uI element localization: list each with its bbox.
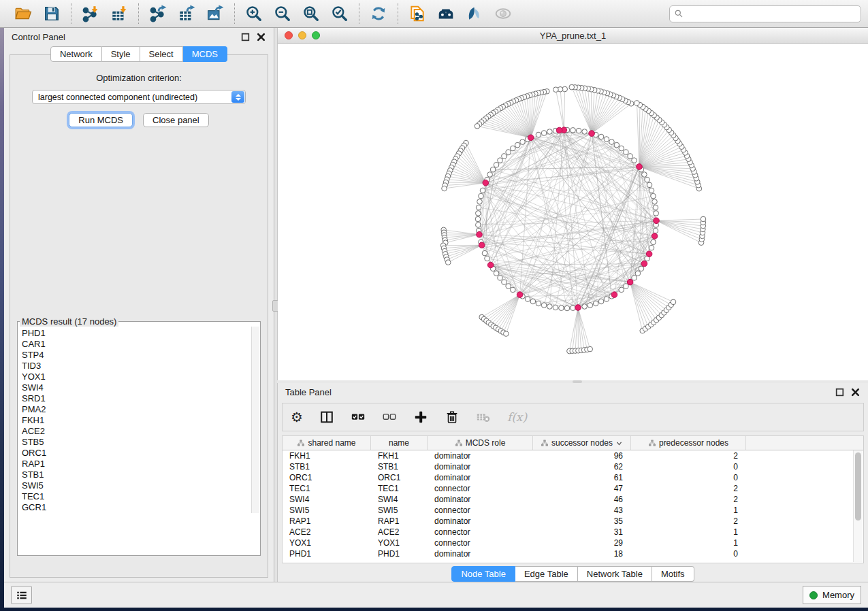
ring-node[interactable] [649, 245, 654, 250]
float-panel-icon[interactable] [835, 387, 845, 397]
ring-node[interactable] [490, 167, 496, 172]
tab-mcds[interactable]: MCDS [183, 46, 227, 62]
leaf-node[interactable] [701, 216, 706, 222]
ring-node[interactable] [502, 154, 507, 159]
mcds-result-item[interactable]: FKH1 [22, 415, 259, 426]
mcds-result-item[interactable]: STP4 [22, 350, 259, 361]
search-input[interactable] [686, 8, 856, 20]
table-row[interactable]: STB1STB1dominator620 [283, 461, 863, 472]
mcds-hub-node[interactable] [487, 262, 494, 268]
mcds-hub-node[interactable] [652, 233, 658, 240]
add-column-button[interactable] [413, 410, 428, 425]
vertical-splitter[interactable] [274, 28, 277, 582]
search-box[interactable] [669, 5, 861, 22]
ring-node[interactable] [647, 182, 652, 188]
leaf-node[interactable] [475, 124, 480, 129]
tab-network[interactable]: Network [50, 46, 102, 62]
ring-node[interactable] [639, 266, 644, 271]
ring-node[interactable] [485, 256, 490, 261]
ring-node[interactable] [649, 188, 654, 193]
tab-edge-table[interactable]: Edge Table [515, 566, 578, 582]
ring-node[interactable] [477, 199, 483, 205]
mcds-hub-node[interactable] [528, 135, 534, 141]
mcds-result-item[interactable]: TEC1 [22, 491, 259, 502]
mcds-hub-node[interactable] [575, 305, 581, 311]
import-network-button[interactable] [80, 3, 101, 24]
table-row[interactable]: YOX1YOX1connector291 [283, 538, 863, 548]
table-row[interactable]: RAP1RAP1dominator352 [283, 516, 863, 527]
mcds-result-item[interactable]: YOX1 [22, 371, 259, 382]
task-history-button[interactable] [11, 586, 32, 604]
ring-node[interactable] [588, 303, 593, 308]
graphics-details-button[interactable] [464, 3, 485, 24]
table-row[interactable]: SWI5SWI5connector431 [283, 505, 863, 516]
refresh-view-button[interactable] [368, 3, 389, 24]
ring-node[interactable] [632, 158, 637, 163]
ring-node[interactable] [487, 172, 493, 178]
export-table-button[interactable] [176, 3, 197, 24]
ring-node[interactable] [598, 134, 604, 139]
ring-node[interactable] [598, 299, 604, 304]
ring-node[interactable] [541, 131, 547, 136]
ring-node[interactable] [502, 280, 507, 285]
scrollbar-thumb[interactable] [855, 452, 861, 521]
export-network-button[interactable] [147, 3, 169, 24]
ring-node[interactable] [482, 250, 487, 256]
ring-node[interactable] [653, 228, 658, 233]
ring-node[interactable] [609, 139, 615, 145]
ring-node[interactable] [530, 299, 536, 304]
leaf-node[interactable] [671, 299, 676, 305]
table-settings-button[interactable]: ⚙ [291, 410, 303, 425]
leaf-node[interactable] [445, 260, 451, 265]
ring-node[interactable] [515, 142, 520, 148]
ring-node[interactable] [498, 158, 503, 163]
table-row[interactable]: ACE2ACE2connector311 [283, 527, 863, 538]
column-header-mcds-role[interactable]: MCDS role [428, 436, 533, 450]
tab-select[interactable]: Select [140, 46, 183, 62]
ring-node[interactable] [628, 154, 633, 159]
tab-motifs[interactable]: Motifs [652, 566, 694, 582]
mcds-result-item[interactable]: RAP1 [22, 459, 259, 469]
mcds-result-item[interactable]: STB5 [22, 437, 259, 448]
ring-node[interactable] [494, 271, 499, 276]
delete-columns-button[interactable] [445, 410, 460, 425]
close-panel-icon[interactable] [256, 32, 266, 42]
splitter-grip[interactable] [573, 380, 582, 383]
column-header-successor-nodes[interactable]: successor nodes [533, 436, 631, 450]
mcds-result-item[interactable]: ACE2 [22, 426, 259, 437]
ring-node[interactable] [511, 146, 516, 151]
ring-node[interactable] [576, 128, 581, 133]
ring-node[interactable] [547, 304, 553, 310]
horizontal-splitter[interactable] [277, 380, 868, 383]
mcds-hub-node[interactable] [479, 242, 485, 248]
close-panel-button[interactable]: Close panel [143, 113, 209, 127]
ring-node[interactable] [619, 287, 624, 293]
mcds-result-item[interactable]: CAR1 [22, 339, 259, 350]
result-scrollbar[interactable] [251, 327, 259, 513]
table-row[interactable]: SWI4SWI4dominator462 [283, 494, 863, 505]
mcds-hub-node[interactable] [483, 180, 489, 186]
mcds-hub-node[interactable] [646, 251, 652, 257]
ring-node[interactable] [525, 297, 530, 302]
criterion-select[interactable]: largest connected component (undirected) [32, 90, 246, 104]
new-network-from-selection-button[interactable] [406, 3, 428, 24]
export-image-button[interactable] [204, 3, 226, 24]
ring-node[interactable] [476, 211, 481, 216]
leaf-node[interactable] [553, 87, 559, 93]
leaf-node[interactable] [588, 346, 593, 352]
select-all-button[interactable] [351, 410, 366, 425]
save-session-button[interactable] [41, 3, 63, 24]
birdseye-view-button[interactable] [435, 3, 457, 24]
ring-node[interactable] [635, 271, 641, 276]
ring-node[interactable] [654, 211, 659, 216]
ring-node[interactable] [582, 129, 588, 135]
ring-node[interactable] [593, 301, 598, 306]
mcds-result-item[interactable]: SWI4 [22, 382, 259, 393]
leaf-node[interactable] [504, 331, 509, 337]
toggle-panes-button[interactable] [319, 410, 334, 425]
ring-node[interactable] [553, 305, 558, 310]
float-panel-icon[interactable] [240, 32, 251, 42]
ring-node[interactable] [476, 222, 481, 228]
maximize-window-icon[interactable] [312, 31, 320, 39]
tab-network-table[interactable]: Network Table [578, 566, 652, 582]
